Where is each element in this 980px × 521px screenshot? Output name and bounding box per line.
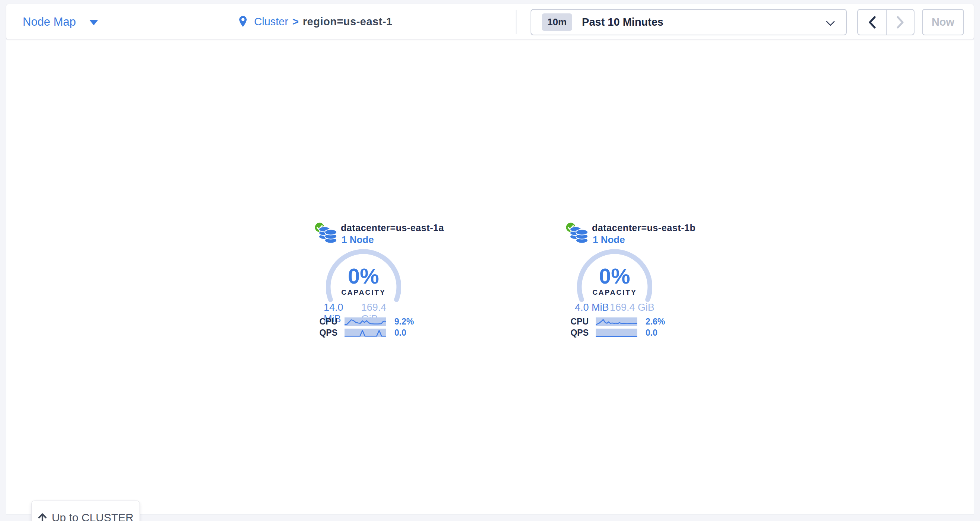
database-stack-icon xyxy=(318,226,337,245)
cpu-sparkline xyxy=(596,317,637,326)
now-button[interactable]: Now xyxy=(922,9,964,35)
qps-value: 0.0 xyxy=(646,328,657,338)
cpu-sparkline xyxy=(345,317,386,326)
database-stack-icon xyxy=(569,226,589,245)
view-selector-label: Node Map xyxy=(23,15,76,29)
qps-value: 0.0 xyxy=(395,328,406,338)
time-step-back-button[interactable] xyxy=(858,10,886,35)
datacenter-title: datacenter=us-east-1b xyxy=(592,223,696,233)
breadcrumb: Cluster > region=us-east-1 xyxy=(238,4,393,40)
capacity-label: CAPACITY xyxy=(326,288,401,296)
cpu-label: CPU xyxy=(300,317,337,327)
capacity-used: 4.0 MiB xyxy=(575,302,609,313)
toolbar-divider xyxy=(515,10,516,34)
datacenter-card-us-east-1b[interactable]: datacenter=us-east-1b 1 Node 0% CAPACITY… xyxy=(551,220,680,341)
time-step-forward-button[interactable] xyxy=(886,10,914,35)
time-range-label: Past 10 Minutes xyxy=(582,16,663,28)
up-to-cluster-label: Up to CLUSTER xyxy=(52,511,134,521)
up-to-cluster-button[interactable]: Up to CLUSTER xyxy=(31,500,140,521)
qps-sparkline xyxy=(345,328,386,337)
capacity-total: 169.4 GiB xyxy=(610,302,654,313)
time-step-button-group xyxy=(857,9,915,35)
time-range-badge: 10m xyxy=(542,13,572,31)
capacity-percentage: 0% xyxy=(326,263,401,288)
arrow-up-icon xyxy=(38,513,47,521)
caret-down-icon xyxy=(89,20,98,25)
chevron-down-icon xyxy=(826,21,835,27)
capacity-percentage: 0% xyxy=(577,263,652,288)
time-range-dropdown[interactable]: 10m Past 10 Minutes xyxy=(531,9,847,35)
breadcrumb-cluster-link[interactable]: Cluster xyxy=(254,16,288,28)
capacity-label: CAPACITY xyxy=(577,288,652,296)
cpu-value: 2.6% xyxy=(646,317,665,327)
datacenter-card-us-east-1a[interactable]: datacenter=us-east-1a 1 Node 0% CAPACITY… xyxy=(300,220,429,341)
view-selector-dropdown[interactable]: Node Map xyxy=(23,4,98,40)
qps-sparkline xyxy=(596,328,637,337)
capacity-values-row: 4.0 MiB 169.4 GiB xyxy=(575,302,654,313)
qps-metric-row: QPS 0.0 xyxy=(300,328,406,337)
datacenter-node-count: 1 Node xyxy=(342,234,374,245)
cpu-metric-row: CPU 9.2% xyxy=(300,317,414,326)
datacenter-node-count: 1 Node xyxy=(593,234,625,245)
toolbar: Node Map Cluster > region=us-east-1 10m … xyxy=(6,4,974,40)
node-map-canvas: datacenter=us-east-1a 1 Node 0% CAPACITY… xyxy=(6,40,974,515)
cpu-value: 9.2% xyxy=(395,317,414,327)
datacenter-title: datacenter=us-east-1a xyxy=(341,223,444,233)
qps-label: QPS xyxy=(551,328,589,338)
location-pin-icon xyxy=(238,15,248,29)
qps-label: QPS xyxy=(300,328,337,338)
qps-metric-row: QPS 0.0 xyxy=(551,328,657,337)
breadcrumb-current: region=us-east-1 xyxy=(303,16,393,28)
cpu-metric-row: CPU 2.6% xyxy=(551,317,665,326)
breadcrumb-separator: > xyxy=(293,16,299,28)
cpu-label: CPU xyxy=(551,317,589,327)
